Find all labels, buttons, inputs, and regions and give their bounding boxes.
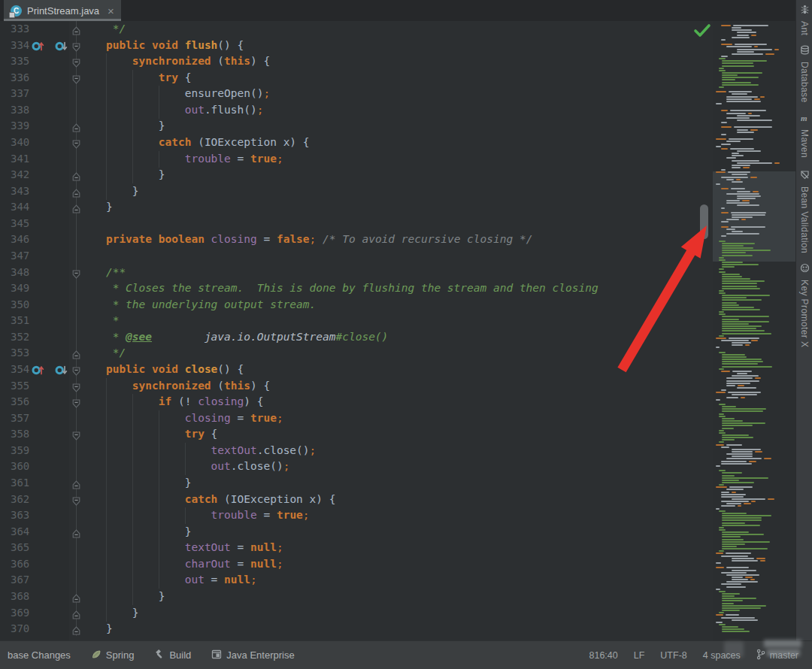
- code-line[interactable]: 356 if (! closing) {: [0, 394, 713, 410]
- status-item-build[interactable]: Build: [154, 649, 191, 661]
- stripe-item-maven[interactable]: mMaven: [796, 113, 812, 158]
- line-number[interactable]: 361: [11, 475, 29, 492]
- line-number[interactable]: 366: [11, 556, 29, 573]
- code-line[interactable]: 350 * the underlying output stream.: [0, 297, 713, 313]
- code-line[interactable]: 341 trouble = true;: [0, 151, 713, 168]
- line-number[interactable]: 346: [11, 232, 29, 248]
- line-number[interactable]: 342: [11, 167, 29, 183]
- code-line[interactable]: 364 }: [0, 524, 713, 540]
- code-line[interactable]: 365 textOut = null;: [0, 540, 713, 556]
- code-line[interactable]: 361 }: [0, 475, 713, 492]
- line-number[interactable]: 347: [11, 248, 29, 265]
- line-number[interactable]: 368: [11, 589, 29, 605]
- overrides-up-icon[interactable]: [32, 365, 44, 379]
- code-line[interactable]: 366 charOut = null;: [0, 556, 713, 573]
- inspection-ok-icon[interactable]: [693, 23, 713, 39]
- code-line[interactable]: 352 * @see java.io.OutputStream#close(): [0, 329, 713, 346]
- line-number[interactable]: 359: [11, 443, 29, 459]
- line-number[interactable]: 364: [11, 524, 29, 540]
- code-line[interactable]: 357 closing = true;: [0, 410, 713, 427]
- overridden-down-icon[interactable]: [55, 365, 68, 379]
- line-number[interactable]: 354: [11, 362, 29, 378]
- code-line[interactable]: 338 out.flush();: [0, 102, 713, 119]
- code-line[interactable]: 349 * Closes the stream. This is done by…: [0, 280, 713, 297]
- line-number[interactable]: 356: [11, 394, 29, 410]
- code-line[interactable]: 351 *: [0, 313, 713, 329]
- code-line[interactable]: 370 }: [0, 621, 713, 637]
- line-number[interactable]: 358: [11, 426, 29, 443]
- code-line[interactable]: 343 }: [0, 183, 713, 200]
- code-line[interactable]: 359 textOut.close();: [0, 443, 713, 459]
- line-number[interactable]: 337: [11, 86, 29, 102]
- code-line[interactable]: 340 catch (IOException x) {: [0, 135, 713, 151]
- minimap[interactable]: [713, 21, 795, 640]
- code-editor[interactable]: 333 */334 public void flush() {335 synch…: [0, 21, 713, 640]
- code-line[interactable]: 342 }: [0, 167, 713, 183]
- code-line[interactable]: 368 }: [0, 589, 713, 605]
- code-line[interactable]: 354 public void close() {: [0, 362, 713, 378]
- line-number[interactable]: 360: [11, 459, 29, 475]
- status-item-database-changes[interactable]: base Changes: [8, 649, 71, 661]
- line-number[interactable]: 336: [11, 70, 29, 86]
- status-item-git-branch[interactable]: master: [756, 649, 798, 662]
- status-item-spring[interactable]: Spring: [91, 649, 135, 661]
- tab-printstream-java[interactable]: C PrintStream.java ×: [4, 0, 121, 21]
- code-line[interactable]: 339 }: [0, 118, 713, 135]
- line-number[interactable]: 365: [11, 540, 29, 556]
- line-number[interactable]: 343: [11, 183, 29, 200]
- stripe-item-database[interactable]: Database: [796, 45, 812, 103]
- line-number[interactable]: 357: [11, 410, 29, 427]
- line-number[interactable]: 369: [11, 605, 29, 622]
- line-number[interactable]: 349: [11, 280, 29, 297]
- code-line[interactable]: 363 trouble = true;: [0, 507, 713, 524]
- tab-close-icon[interactable]: ×: [108, 5, 114, 17]
- status-item-caret-position[interactable]: 816:40: [589, 650, 618, 661]
- line-number[interactable]: 339: [11, 118, 29, 135]
- line-number[interactable]: 355: [11, 378, 29, 395]
- line-number[interactable]: 351: [11, 313, 29, 329]
- overridden-down-icon[interactable]: [55, 41, 68, 55]
- code-line[interactable]: 344 }: [0, 199, 713, 216]
- line-number[interactable]: 338: [11, 102, 29, 119]
- code-line[interactable]: 346 private boolean closing = false; /* …: [0, 232, 713, 248]
- line-number[interactable]: 353: [11, 345, 29, 362]
- line-number[interactable]: 367: [11, 572, 29, 589]
- code-line[interactable]: 367 out = null;: [0, 572, 713, 589]
- code-line[interactable]: 353 */: [0, 345, 713, 362]
- code-line[interactable]: 348 /**: [0, 265, 713, 281]
- line-number[interactable]: 341: [11, 151, 29, 168]
- code-line[interactable]: 345: [0, 216, 713, 232]
- code-line[interactable]: 360 out.close();: [0, 459, 713, 475]
- status-item-indent-style[interactable]: 4 spaces: [703, 650, 741, 661]
- code-line[interactable]: 362 catch (IOException x) {: [0, 492, 713, 508]
- line-number[interactable]: 348: [11, 265, 29, 281]
- overrides-up-icon[interactable]: [32, 41, 44, 55]
- line-number[interactable]: 363: [11, 507, 29, 524]
- line-number[interactable]: 335: [11, 53, 29, 70]
- code-line[interactable]: 358 try {: [0, 426, 713, 443]
- stripe-item-bean-validation[interactable]: Bean Validation: [796, 170, 812, 253]
- line-number[interactable]: 362: [11, 492, 29, 508]
- status-item-line-separator[interactable]: LF: [634, 650, 645, 661]
- line-number[interactable]: 334: [11, 38, 29, 54]
- status-item-java-enterprise[interactable]: Java Enterprise: [211, 649, 294, 661]
- line-number[interactable]: 350: [11, 297, 29, 313]
- line-number[interactable]: 345: [11, 216, 29, 232]
- status-item-file-encoding[interactable]: UTF-8: [660, 650, 686, 661]
- line-number[interactable]: 333: [11, 21, 29, 38]
- code-line[interactable]: 337 ensureOpen();: [0, 86, 713, 102]
- code-line[interactable]: 335 synchronized (this) {: [0, 53, 713, 70]
- code-line[interactable]: 333 */: [0, 21, 713, 38]
- line-number[interactable]: 352: [11, 329, 29, 346]
- code-line[interactable]: 347: [0, 248, 713, 265]
- editor-scrollbar-thumb[interactable]: [700, 204, 708, 239]
- code-line[interactable]: 336 try {: [0, 70, 713, 86]
- code-line[interactable]: 355 synchronized (this) {: [0, 378, 713, 395]
- stripe-item-key-promoter-x[interactable]: Key Promoter X: [796, 263, 812, 347]
- code-line[interactable]: 369 }: [0, 605, 713, 622]
- code-line[interactable]: 334 public void flush() {: [0, 38, 713, 54]
- line-number[interactable]: 370: [11, 621, 29, 637]
- stripe-item-ant[interactable]: Ant: [796, 5, 812, 35]
- line-number[interactable]: 344: [11, 199, 29, 216]
- line-number[interactable]: 340: [11, 135, 29, 151]
